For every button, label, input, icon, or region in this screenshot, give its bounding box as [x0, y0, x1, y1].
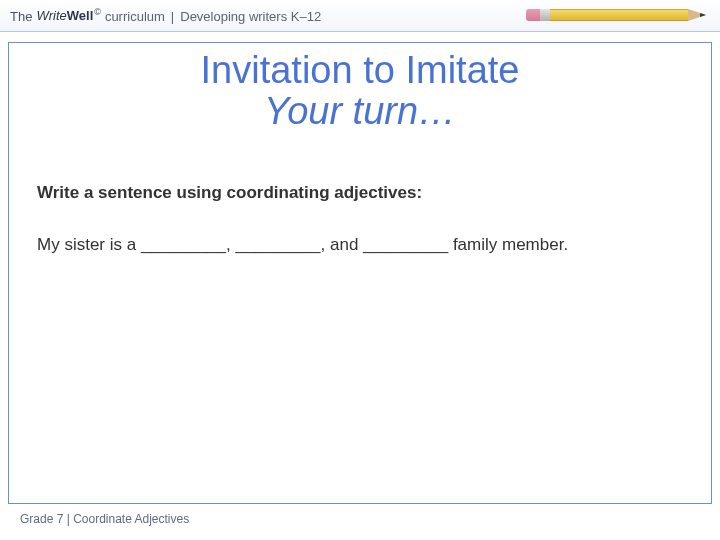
brand-name: WriteWell© [36, 7, 100, 23]
slide-title-line2: Your turn… [9, 90, 711, 133]
pencil-ferrule [540, 9, 550, 21]
pencil-body [550, 9, 688, 21]
slide-content: Write a sentence using coordinating adje… [9, 133, 711, 255]
app-header: The WriteWell© curriculum | Developing w… [0, 0, 720, 32]
pencil-tip [688, 9, 706, 21]
slide-frame: Invitation to Imitate Your turn… Write a… [8, 42, 712, 504]
footer-text: Grade 7 | Coordinate Adjectives [20, 512, 189, 526]
brand-curriculum: curriculum [105, 9, 165, 24]
header-separator: | [171, 9, 174, 24]
brand-the: The [10, 9, 32, 24]
brand-well: Well [67, 9, 94, 24]
header-tagline: Developing writers K–12 [180, 9, 321, 24]
brand-write: Write [36, 9, 66, 24]
brand-block: The WriteWell© curriculum | Developing w… [10, 7, 321, 23]
title-block: Invitation to Imitate Your turn… [9, 43, 711, 133]
slide-footer: Grade 7 | Coordinate Adjectives [0, 504, 209, 534]
sentence-template: My sister is a _________, _________, and… [37, 235, 683, 255]
slide-title-line1: Invitation to Imitate [9, 49, 711, 92]
instruction-text: Write a sentence using coordinating adje… [37, 183, 683, 203]
pencil-eraser [526, 9, 540, 21]
pencil-icon [526, 6, 706, 24]
copyright-symbol: © [94, 7, 101, 17]
